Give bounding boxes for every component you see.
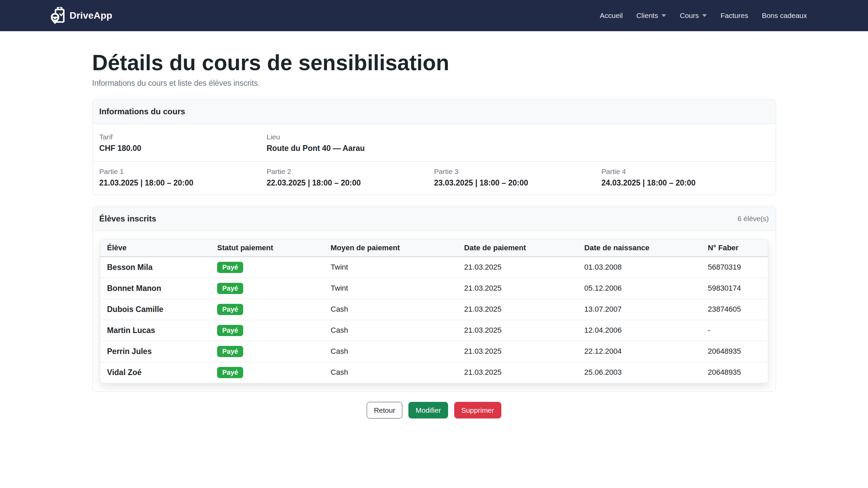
course-info-card-title: Informations du cours [99, 107, 185, 116]
students-count-badge: 6 élève(s) [737, 215, 769, 223]
cell-student-name: Martin Lucas [100, 320, 211, 341]
cell-payment-method: Twint [324, 278, 458, 299]
field-label: Partie 3 [434, 168, 602, 176]
nav-item-cours[interactable]: Cours [673, 8, 714, 23]
cell-payment-method: Cash [324, 362, 458, 383]
field-partie-4: Partie 4 24.03.2025 | 18:00 – 20:00 [601, 168, 769, 188]
cell-student-name: Vidal Zoé [100, 362, 211, 383]
cell-birth-date: 05.12.2006 [578, 278, 701, 299]
status-badge: Payé [217, 346, 243, 357]
edit-button[interactable]: Modifier [408, 402, 448, 418]
cell-payment-date: 21.03.2025 [457, 362, 577, 383]
cell-payment-status: Payé [210, 257, 324, 278]
status-badge: Payé [217, 262, 243, 273]
course-info-card-header: Informations du cours [93, 100, 776, 124]
cell-payment-date: 21.03.2025 [457, 278, 577, 299]
cell-faber-number: - [701, 320, 768, 341]
students-card-title: Élèves inscrits [99, 214, 156, 223]
cell-faber-number: 59830174 [701, 278, 768, 299]
cell-birth-date: 22.12.2004 [578, 341, 701, 362]
page-subtitle: Informations du cours et liste des élève… [92, 79, 776, 88]
top-navbar: DriveApp Accueil Clients Cours Factures … [0, 0, 868, 31]
cell-birth-date: 13.07.2007 [578, 299, 701, 320]
driveapp-logo-icon [51, 6, 65, 25]
nav-item-clients[interactable]: Clients [630, 8, 673, 23]
chevron-down-icon [661, 14, 666, 17]
cell-student-name: Besson Mila [100, 257, 211, 278]
table-header-row: Élève Statut paiement Moyen de paiement … [100, 239, 768, 257]
nav-item-label: Accueil [600, 12, 623, 20]
course-tarif-lieu-row: Tarif CHF 180.00 Lieu Route du Pont 40 —… [93, 124, 776, 161]
cell-student-name: Bonnet Manon [100, 278, 211, 299]
status-badge: Payé [217, 304, 243, 315]
cell-payment-method: Twint [324, 257, 458, 278]
status-badge: Payé [217, 367, 243, 378]
table-row: Dubois Camille Payé Cash 21.03.2025 13.0… [100, 299, 768, 320]
cell-faber-number: 23874605 [701, 299, 768, 320]
column-header-date-de-paiement: Date de paiement [457, 239, 577, 257]
field-label: Partie 2 [267, 168, 434, 176]
field-label: Partie 4 [601, 168, 769, 176]
nav-item-label: Cours [680, 12, 699, 20]
cell-payment-status: Payé [210, 341, 324, 362]
field-value: 23.03.2025 | 18:00 – 20:00 [434, 178, 602, 188]
status-badge: Payé [217, 283, 243, 294]
field-partie-1: Partie 1 21.03.2025 | 18:00 – 20:00 [99, 168, 267, 188]
table-row: Martin Lucas Payé Cash 21.03.2025 12.04.… [100, 320, 768, 341]
cell-payment-status: Payé [210, 362, 324, 383]
column-header-n-faber: N° Faber [701, 239, 768, 257]
cell-payment-method: Cash [324, 320, 458, 341]
cell-payment-date: 21.03.2025 [457, 257, 577, 278]
cell-student-name: Perrin Jules [100, 341, 211, 362]
page-title: Détails du cours de sensibilisation [92, 50, 776, 76]
cell-payment-status: Payé [210, 320, 324, 341]
nav-menu: Accueil Clients Cours Factures Bons cade… [593, 8, 814, 23]
column-header-moyen-de-paiement: Moyen de paiement [324, 239, 458, 257]
cell-payment-status: Payé [210, 278, 324, 299]
cell-payment-date: 21.03.2025 [457, 299, 577, 320]
action-buttons: Retour Modifier Supprimer [92, 402, 776, 418]
course-info-card: Informations du cours Tarif CHF 180.00 L… [92, 99, 776, 195]
back-button[interactable]: Retour [367, 402, 402, 418]
nav-item-label: Bons cadeaux [762, 12, 807, 20]
students-table-container: Élève Statut paiement Moyen de paiement … [100, 239, 768, 383]
table-row: Perrin Jules Payé Cash 21.03.2025 22.12.… [100, 341, 768, 362]
nav-item-accueil[interactable]: Accueil [593, 8, 630, 23]
table-row: Besson Mila Payé Twint 21.03.2025 01.03.… [100, 257, 768, 278]
cell-faber-number: 56870319 [701, 257, 768, 278]
cell-student-name: Dubois Camille [100, 299, 211, 320]
cell-payment-date: 21.03.2025 [457, 320, 577, 341]
cell-birth-date: 25.06.2003 [578, 362, 701, 383]
main-content: Détails du cours de sensibilisation Info… [92, 50, 776, 418]
cell-payment-method: Cash [324, 299, 458, 320]
nav-item-bons-cadeaux[interactable]: Bons cadeaux [755, 8, 814, 23]
field-partie-2: Partie 2 22.03.2025 | 18:00 – 20:00 [267, 168, 434, 188]
brand-name: DriveApp [70, 10, 112, 21]
column-header-date-de-naissance: Date de naissance [578, 239, 701, 257]
column-header-statut-paiement: Statut paiement [210, 239, 324, 257]
cell-faber-number: 20648935 [701, 362, 768, 383]
table-row: Bonnet Manon Payé Twint 21.03.2025 05.12… [100, 278, 768, 299]
field-value: CHF 180.00 [99, 144, 267, 153]
column-header-eleve: Élève [100, 239, 211, 257]
nav-item-factures[interactable]: Factures [714, 8, 755, 23]
cell-payment-date: 21.03.2025 [457, 341, 577, 362]
field-value: 21.03.2025 | 18:00 – 20:00 [99, 178, 267, 188]
brand[interactable]: DriveApp [51, 6, 112, 25]
students-card: Élèves inscrits 6 élève(s) Élève Statut … [92, 207, 776, 392]
nav-item-label: Factures [720, 12, 748, 20]
chevron-down-icon [702, 14, 707, 17]
cell-payment-method: Cash [324, 341, 458, 362]
delete-button[interactable]: Supprimer [454, 402, 501, 418]
field-label: Partie 1 [99, 168, 267, 176]
course-parts-row: Partie 1 21.03.2025 | 18:00 – 20:00 Part… [93, 161, 776, 195]
field-value: Route du Pont 40 — Aarau [267, 144, 769, 153]
cell-payment-status: Payé [210, 299, 324, 320]
field-label: Lieu [267, 133, 769, 141]
field-value: 22.03.2025 | 18:00 – 20:00 [267, 178, 434, 188]
students-table: Élève Statut paiement Moyen de paiement … [100, 239, 768, 383]
students-card-header: Élèves inscrits 6 élève(s) [93, 207, 776, 231]
status-badge: Payé [217, 325, 243, 336]
field-value: 24.03.2025 | 18:00 – 20:00 [601, 178, 769, 188]
cell-faber-number: 20648935 [701, 341, 768, 362]
